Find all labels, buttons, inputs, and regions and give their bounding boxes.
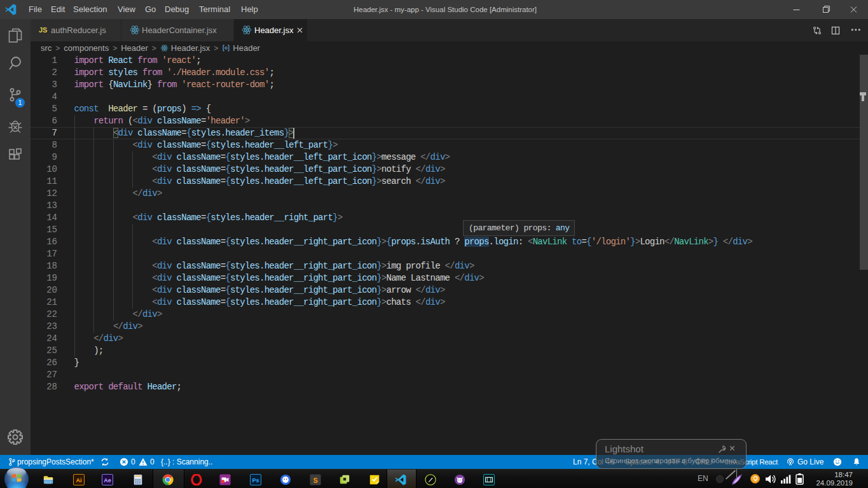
svg-text:S: S xyxy=(313,477,317,484)
svg-text:Ps: Ps xyxy=(252,477,259,484)
svg-text:Ae: Ae xyxy=(104,477,111,484)
svg-text:Ai: Ai xyxy=(76,477,82,484)
